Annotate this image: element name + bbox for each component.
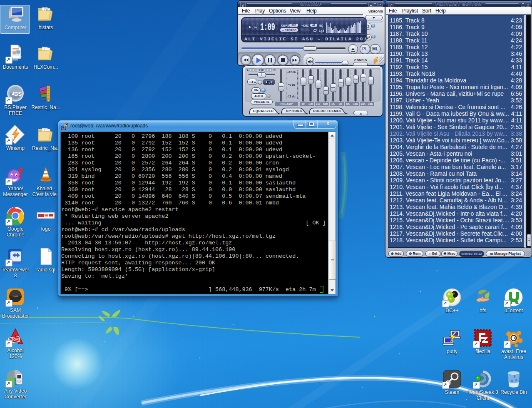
svg-text:SAM: SAM [12,295,18,298]
svg-text:OPTIONS: OPTIONS [286,109,302,113]
svg-text:COLOR THEMES: COLOR THEMES [313,109,342,113]
svg-text:EQUALIZER: EQUALIZER [253,109,274,113]
svg-text:BS: BS [14,91,22,97]
